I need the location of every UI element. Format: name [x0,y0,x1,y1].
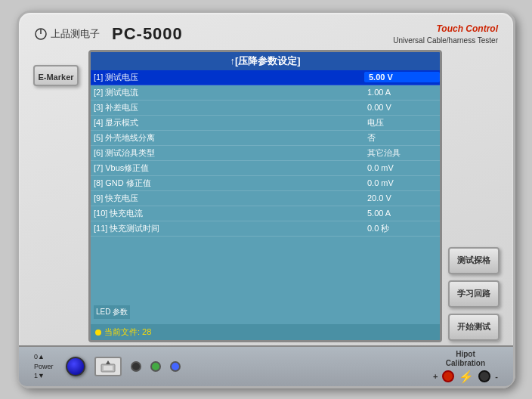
row-label: [8] GND 修正值 [91,177,364,190]
table-row[interactable]: [1] 测试电压 5.00 V [91,70,440,85]
row-value: 0.0 秒 [364,222,440,235]
row-value: 0.0 mV [364,178,440,188]
table-row[interactable]: [4] 显示模式 电压 [91,116,440,131]
svg-rect-3 [104,366,113,370]
screen-title: ↑[压降参数设定] [91,52,440,70]
power-label-top: 0▲ [34,352,54,362]
table-row[interactable]: [7] Vbus修正值 0.0 mV [91,161,440,176]
hipot-label: HipotCalibration [446,350,485,368]
parameter-table: [1] 测试电压 5.00 V [2] 测试电流 1.00 A [3] 补差电压… [91,70,440,324]
left-panel: E-Marker [29,50,82,342]
table-row[interactable]: [11] 快充测试时间 0.0 秒 [91,221,440,237]
power-label-mid: Power [34,362,54,372]
row-value: 1.00 A [364,87,440,97]
row-value: 5.00 V [364,72,440,82]
table-row[interactable]: [8] GND 修正值 0.0 mV [91,176,440,191]
learn-circuit-button[interactable]: 学习回路 [448,280,500,308]
lightning-icon: ⚡ [459,370,474,384]
table-row[interactable]: [5] 外壳地线分离 否 [91,131,440,146]
row-value: 5.00 A [364,208,440,218]
row-label: [11] 快充测试时间 [91,222,364,235]
row-label: [4] 显示模式 [91,116,364,129]
row-label: [5] 外壳地线分离 [91,131,364,144]
row-label: [3] 补差电压 [91,101,364,114]
table-row[interactable]: [6] 测试治具类型 其它治具 [91,146,440,161]
bottom-panel: 0▲ Power 1▼ HipotCalibration + ⚡ - [19,345,513,386]
row-value: 其它治具 [364,147,440,159]
minus-sign: - [495,372,498,381]
test-probe-button[interactable]: 测试探格 [448,247,500,274]
audio-jack-black [131,361,141,372]
e-marker-button[interactable]: E-Marker [33,65,79,86]
row-label: [6] 测试治具类型 [91,147,364,159]
row-label: [2] 测试电流 [91,86,364,99]
model-label: PC-5000 [112,24,183,44]
table-row[interactable]: [2] 测试电流 1.00 A [91,85,440,101]
hipot-connectors: + ⚡ - [433,370,498,384]
row-value: 否 [364,131,440,144]
power-indicator: 0▲ Power 1▼ [34,352,54,381]
table-row[interactable]: [9] 快充电压 20.0 V [91,191,440,206]
brand: 上品测电子 [34,27,100,41]
main-area: E-Marker ↑[压降参数设定] [1] 测试电压 5.00 V [2] 测… [29,50,503,342]
hipot-section: HipotCalibration + ⚡ - [433,350,498,384]
hipot-black-connector [478,370,490,382]
screen-footer: 当前文件: 28 [91,324,440,340]
row-value: 20.0 V [364,193,440,203]
start-test-button[interactable]: 开始测试 [448,314,500,341]
row-label: [10] 快充电流 [91,207,364,220]
lcd-screen: ↑[压降参数设定] [1] 测试电压 5.00 V [2] 测试电流 1.00 … [88,50,442,342]
table-row[interactable]: [10] 快充电流 5.00 A [91,206,440,221]
right-panel: 测试探格 学习回路 开始测试 [448,50,503,342]
led-params-label[interactable]: LED 参数 [94,305,130,319]
tagline: Touch Control Universal Cable/harness Te… [393,23,498,45]
row-value: 0.00 V [364,102,440,113]
row-value: 电压 [364,116,440,129]
row-label: [1] 测试电压 [91,71,364,84]
row-label: [7] Vbus修正值 [91,162,364,175]
audio-jack-green [150,361,161,372]
header: 上品测电子 PC-5000 Touch Control Universal Ca… [29,20,503,50]
status-dot [95,329,101,336]
hipot-red-connector [442,370,454,382]
power-button[interactable] [66,357,85,376]
row-value: 0.0 mV [364,162,440,173]
brand-name: 上品测电子 [51,27,100,41]
table-row[interactable]: [3] 补差电压 0.00 V [91,101,440,116]
usb-port[interactable] [94,357,122,376]
plus-sign: + [433,372,438,381]
row-label: [9] 快充电压 [91,192,364,205]
usb-icon [100,360,116,373]
tagline-bottom: Universal Cable/harness Tester [393,36,498,45]
device-body: 上品测电子 PC-5000 Touch Control Universal Ca… [17,11,515,388]
power-label-bot: 1▼ [34,371,54,381]
brand-icon [34,27,48,41]
tagline-top: Touch Control [393,23,498,36]
current-file-label: 当前文件: 28 [104,326,151,338]
audio-jack-blue [170,361,181,372]
